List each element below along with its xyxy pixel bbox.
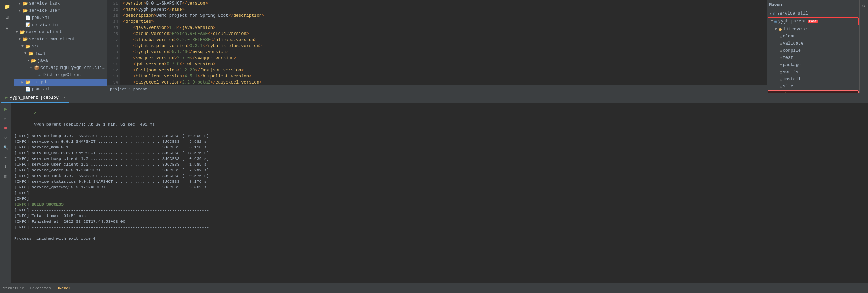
code-line: <fastjson.version>1.2.29</fastjson.versi… (123, 67, 764, 74)
tree-label: service_user (29, 8, 107, 13)
code-line: <name>yygh_parent</name> (123, 7, 764, 13)
tree-label: target (32, 80, 107, 85)
run-content: ▶ ↺ ■ ⚙ 🔍 ≡ ⤓ 🗑 ✔ yygh_parent [deploy]: … (0, 103, 868, 283)
folder-icon: 📂 (22, 8, 28, 14)
tree-label: com.atguigu.yygh.cmn.client (40, 65, 107, 70)
tree-item-service-client[interactable]: ▼ 📂 service_client (14, 29, 107, 36)
code-line: <version>0.0.1-SNAPSHOT</version> (123, 1, 764, 7)
console-area[interactable]: ✔ yygh_parent [deploy]: At 20 1 min, 52 … (11, 103, 868, 283)
deploy-container: ⚙ deploy (768, 90, 859, 93)
tree-label: pom.xml (32, 87, 107, 92)
code-line: <cloud.version>Hoxton.RELEASE</cloud.ver… (123, 31, 764, 37)
folder-icon: 📂 (19, 29, 25, 35)
console-build-success: [INFO] BUILD SUCCESS (14, 202, 865, 207)
code-line: <mybatis-plus.version>3.3.1</mybatis-plu… (123, 43, 764, 49)
code-line: <properties> (123, 19, 764, 25)
tree-label: service_cmn_client (29, 37, 107, 42)
breadcrumb-parent: parent (133, 87, 148, 91)
arrow-icon: ▼ (769, 20, 774, 23)
gear-icon: ⚙ (780, 49, 782, 53)
project-icon[interactable]: 📁 (1, 1, 13, 11)
arrow-icon: ▼ (20, 45, 25, 48)
file-tree: ▶ 📂 service_task ▶ 📂 service_user 📄 pom.… (14, 0, 107, 93)
code-line: <httpclient.version>4.5.1</httpclient.ve… (123, 74, 764, 80)
rerun-button[interactable]: ↺ (1, 114, 10, 123)
favorites-icon[interactable]: ★ (1, 23, 13, 33)
maven-label: yygh_parent (778, 19, 807, 24)
filter-icon[interactable]: ≡ (1, 153, 10, 161)
tree-item-pom-xml-2[interactable]: 📄 pom.xml (14, 86, 107, 93)
java-file-icon: ☕ (36, 72, 42, 78)
gear-icon: ⚙ (780, 77, 782, 82)
tab-close-icon[interactable]: ✕ (63, 96, 65, 100)
tree-item-service-iml[interactable]: 📝 service.iml (14, 21, 107, 29)
iml-icon: 📝 (25, 22, 31, 28)
maven-item-lifecycle[interactable]: ▼ ⏺ Lifecycle (767, 26, 859, 33)
tree-label: service_task (29, 1, 107, 6)
arrow-icon: ▼ (29, 66, 34, 70)
editor-area: 2122232425 2627282930 3132333435 363738 … (107, 0, 767, 93)
maven-item-test[interactable]: ⚙ test (767, 54, 859, 61)
arrow-icon: ▶ (17, 9, 22, 13)
xml-icon: 📄 (25, 15, 31, 21)
folder-icon: 📂 (25, 79, 31, 85)
stop-button[interactable]: ■ (1, 124, 10, 132)
maven-item-package[interactable]: ⚙ package (767, 61, 859, 69)
run-tab-deploy[interactable]: ▶ yygh_parent [deploy] ✕ (1, 93, 69, 103)
tree-item-java[interactable]: ▼ 📂 java (14, 57, 107, 64)
console-line-sep2: [INFO] ---------------------------------… (14, 207, 865, 213)
maven-label: site (783, 84, 793, 89)
tree-item-service-user[interactable]: ▶ 📂 service_user (14, 7, 107, 14)
maven-item-yygh-parent[interactable]: ▼ ⊡ yygh_parent root (768, 18, 858, 25)
maven-item-install[interactable]: ⚙ install (767, 76, 859, 83)
folder-icon: 📂 (28, 51, 34, 56)
structure-label[interactable]: Structure (3, 286, 24, 291)
favorites-label[interactable]: Favorites (30, 286, 51, 291)
maven-label: Lifecycle (784, 27, 807, 32)
tree-item-service-cmn-client[interactable]: ▼ 📂 service_cmn_client (14, 36, 107, 43)
settings-icon[interactable]: ⚙ (861, 1, 867, 10)
console-line-2: [INFO] service_msm 0.1 .................… (14, 145, 865, 150)
clear-icon[interactable]: 🗑 (1, 172, 10, 181)
jrebel-label[interactable]: JRebel (57, 286, 71, 291)
code-line: <jwt.version>0.7.0</jwt.version> (123, 61, 764, 67)
search-icon[interactable]: 🔍 (1, 143, 10, 152)
maven-item-compile[interactable]: ⚙ compile (767, 47, 859, 54)
code-line: <java.version>1.8</java.version> (123, 25, 764, 31)
run-button[interactable]: ▶ (1, 105, 10, 113)
arrow-icon: ▼ (23, 52, 28, 55)
maven-label: verify (783, 70, 798, 75)
console-line-10: [INFO] (14, 190, 865, 196)
scroll-end-icon[interactable]: ⤓ (1, 162, 10, 171)
settings-run-icon[interactable]: ⚙ (1, 133, 10, 142)
maven-label: validate (783, 41, 804, 46)
maven-label: install (783, 77, 801, 82)
bottom-strip: Structure Favorites JRebel (0, 283, 868, 293)
structure-icon[interactable]: ⊞ (1, 12, 13, 22)
tree-item-main[interactable]: ▼ 📂 main (14, 50, 107, 57)
maven-item-validate[interactable]: ⚙ validate (767, 40, 859, 47)
tree-item-target[interactable]: ▶ 📂 target (14, 79, 107, 86)
code-editor[interactable]: <version>0.0.1-SNAPSHOT</version> <name>… (120, 0, 767, 85)
console-line-3: [INFO] service_oss 0.0.1-SNAPSHOT ......… (14, 150, 865, 156)
tree-item-dict-feign[interactable]: ☕ DictFeignClient (14, 71, 107, 79)
maven-item-verify[interactable]: ⚙ verify (767, 69, 859, 76)
gear-icon: ⚙ (780, 70, 782, 75)
folder-icon: 📂 (22, 1, 28, 6)
tree-label: service.iml (32, 22, 107, 27)
tree-item-src[interactable]: ▼ 📂 src (14, 43, 107, 50)
maven-item-service-util[interactable]: ▶ ⊡ service_util (767, 10, 859, 17)
bottom-labels: Structure Favorites JRebel (0, 286, 74, 291)
tree-item-pom-xml-1[interactable]: 📄 pom.xml (14, 14, 107, 21)
maven-item-clean[interactable]: ⚙ clean (767, 33, 859, 40)
maven-item-site[interactable]: ⚙ site (767, 83, 859, 90)
tree-label: DictFeignClient (43, 72, 107, 77)
code-line: <description>Demo project for Spring Boo… (123, 13, 764, 19)
maven-label: package (783, 62, 801, 67)
tree-item-package[interactable]: ▼ 📦 com.atguigu.yygh.cmn.client (14, 64, 107, 71)
console-line-6: [INFO] service_order 0.0.1-SNAPSHOT ....… (14, 167, 865, 173)
console-line-5: [INFO] service_user_client 1.0 .........… (14, 162, 865, 167)
tree-label: service_client (26, 30, 107, 35)
tree-item-service-task[interactable]: ▶ 📂 service_task (14, 0, 107, 7)
arrow-icon: ▶ (20, 80, 25, 84)
